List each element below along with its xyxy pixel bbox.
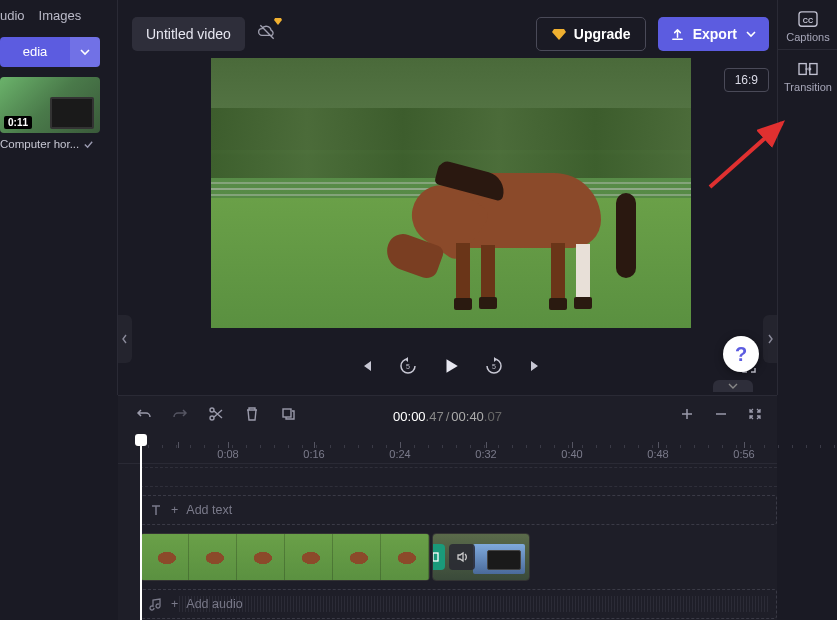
minus-icon: [713, 406, 729, 422]
delete-button[interactable]: [244, 406, 260, 426]
video-track[interactable]: [140, 533, 777, 581]
play-icon: [442, 357, 460, 375]
transition-icon: [432, 550, 439, 564]
export-label: Export: [693, 26, 737, 42]
skip-back-button[interactable]: [358, 358, 374, 374]
expand-panel-toggle[interactable]: [713, 380, 753, 392]
ruler-tick: 0:48: [647, 448, 668, 460]
rail-captions[interactable]: CC Captions: [778, 0, 837, 50]
ruler-tick: 0:32: [475, 448, 496, 460]
play-button[interactable]: [442, 357, 460, 375]
right-rail: CC Captions Transition: [777, 0, 837, 395]
tracks-area: + Add text + Add audio: [118, 467, 777, 619]
split-button[interactable]: [208, 406, 224, 426]
add-text-track[interactable]: + Add text: [140, 495, 777, 525]
ruler-tick: 0:16: [303, 448, 324, 460]
add-audio-track[interactable]: + Add audio: [140, 589, 777, 619]
svg-rect-8: [283, 409, 291, 417]
timeline-pane: 00:00.47/00:40.07 0:080:160:240:320:400:…: [118, 395, 777, 620]
upgrade-button[interactable]: Upgrade: [536, 17, 646, 51]
timeline-time: 00:00.47/00:40.07: [393, 409, 502, 424]
zoom-in-button[interactable]: [679, 406, 695, 426]
zoom-fit-button[interactable]: [747, 406, 763, 426]
upload-icon: [670, 27, 685, 42]
gem-icon: [273, 16, 283, 28]
top-bar: Untitled video Upgrade Export: [132, 14, 769, 54]
video-canvas[interactable]: [211, 58, 691, 328]
svg-rect-2: [799, 64, 806, 75]
duplicate-button[interactable]: [280, 406, 296, 426]
import-media-dropdown[interactable]: [70, 37, 100, 67]
redo-button[interactable]: [172, 406, 188, 426]
export-button[interactable]: Export: [658, 17, 769, 51]
rail-captions-label: Captions: [778, 31, 837, 43]
import-media-button[interactable]: edia: [0, 37, 70, 67]
transition-icon: [797, 60, 819, 78]
rail-transition-label: Transition: [778, 81, 837, 93]
zoom-out-button[interactable]: [713, 406, 729, 426]
thumb-duration: 0:11: [4, 116, 32, 129]
speaker-icon: [455, 550, 469, 564]
media-tabs: udio Images: [0, 0, 117, 31]
scissors-icon: [208, 406, 224, 422]
svg-text:5: 5: [492, 363, 496, 370]
drop-zone[interactable]: [140, 467, 777, 487]
svg-rect-10: [433, 553, 438, 561]
clip-volume-button[interactable]: [449, 544, 475, 570]
thumb-label-text: Computer hor...: [0, 138, 79, 150]
tab-images[interactable]: Images: [39, 8, 82, 23]
svg-text:5: 5: [406, 363, 410, 370]
media-panel: udio Images edia 0:11 Computer hor...: [0, 0, 118, 395]
ruler-tick: 0:56: [733, 448, 754, 460]
upgrade-label: Upgrade: [574, 26, 631, 42]
media-thumbnail[interactable]: 0:11 Computer hor...: [0, 77, 100, 150]
timeline-ruler[interactable]: 0:080:160:240:320:400:480:56: [118, 436, 777, 464]
chevron-down-icon: [727, 382, 739, 390]
project-title[interactable]: Untitled video: [132, 17, 245, 51]
video-clip-1[interactable]: [140, 533, 430, 581]
ruler-tick: 0:40: [561, 448, 582, 460]
captions-icon: CC: [797, 10, 819, 28]
chevron-left-icon: [121, 334, 129, 344]
svg-point-7: [210, 416, 214, 420]
rewind-5-icon: 5: [398, 356, 418, 376]
undo-button[interactable]: [136, 406, 152, 426]
skip-back-icon: [358, 358, 374, 374]
check-icon: [83, 139, 94, 150]
svg-text:CC: CC: [803, 16, 813, 25]
music-icon: [149, 597, 163, 611]
redo-icon: [172, 406, 188, 422]
collapse-left-panel[interactable]: [118, 315, 132, 363]
rewind-button[interactable]: 5: [398, 356, 418, 376]
duplicate-icon: [280, 406, 296, 422]
tab-audio[interactable]: udio: [0, 8, 25, 23]
sync-status[interactable]: [257, 22, 277, 46]
skip-forward-button[interactable]: [528, 358, 544, 374]
video-clip-2[interactable]: [432, 533, 530, 581]
chevron-down-icon: [745, 28, 757, 40]
help-button[interactable]: ?: [723, 336, 759, 372]
diamond-icon: [551, 26, 567, 42]
timeline-toolbar: 00:00.47/00:40.07: [118, 396, 777, 436]
chevron-down-icon: [79, 46, 91, 58]
add-text-label: Add text: [186, 503, 232, 517]
preview-area: 16:9: [132, 58, 769, 395]
forward-button[interactable]: 5: [484, 356, 504, 376]
fit-icon: [747, 406, 763, 422]
svg-point-6: [210, 408, 214, 412]
forward-5-icon: 5: [484, 356, 504, 376]
ruler-tick: 0:24: [389, 448, 410, 460]
ruler-tick: 0:08: [217, 448, 238, 460]
transition-badge[interactable]: [432, 544, 445, 570]
text-icon: [149, 503, 163, 517]
playhead[interactable]: [140, 436, 142, 620]
skip-forward-icon: [528, 358, 544, 374]
undo-icon: [136, 406, 152, 422]
trash-icon: [244, 406, 260, 422]
plus-icon: [679, 406, 695, 422]
rail-transition[interactable]: Transition: [778, 50, 837, 99]
player-controls: 5 5: [132, 346, 769, 386]
